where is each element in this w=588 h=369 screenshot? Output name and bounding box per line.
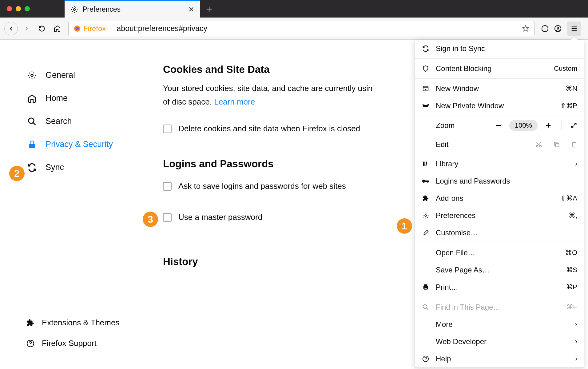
svg-rect-16 bbox=[424, 162, 425, 166]
sidebar-footer-extensions[interactable]: Extensions & Themes bbox=[26, 312, 151, 333]
master-password-label: Use a master password bbox=[178, 212, 262, 222]
window-icon bbox=[422, 85, 430, 92]
menu-preferences[interactable]: Preferences ⌘, bbox=[415, 207, 584, 224]
menu-find[interactable]: Find in This Page… ⌘F bbox=[415, 299, 584, 316]
svg-point-2 bbox=[75, 27, 79, 30]
annotation-badge-2: 2 bbox=[9, 166, 25, 181]
chevron-right-icon: › bbox=[575, 160, 577, 168]
footer-label: Firefox Support bbox=[42, 339, 97, 348]
delete-cookies-checkbox[interactable] bbox=[163, 125, 172, 133]
svg-point-10 bbox=[536, 145, 538, 147]
svg-point-11 bbox=[540, 145, 542, 147]
learn-more-link[interactable]: Learn more bbox=[214, 97, 255, 106]
bookmark-star-button[interactable] bbox=[517, 25, 534, 32]
firefox-icon bbox=[74, 25, 81, 32]
copy-button[interactable] bbox=[553, 141, 560, 148]
annotation-badge-1: 1 bbox=[397, 218, 412, 234]
master-password-checkbox[interactable] bbox=[163, 213, 172, 222]
address-bar[interactable]: Firefox about:preferences#privacy bbox=[68, 21, 534, 36]
sidebar-item-search[interactable]: Search bbox=[26, 110, 151, 133]
zoom-in-button[interactable]: + bbox=[544, 120, 553, 131]
home-button[interactable] bbox=[50, 22, 64, 35]
svg-point-21 bbox=[425, 215, 427, 216]
menu-content-blocking[interactable]: Content Blocking Custom bbox=[415, 60, 584, 77]
sidebar-item-general[interactable]: General bbox=[26, 64, 151, 87]
reload-button[interactable] bbox=[35, 22, 49, 35]
browser-toolbar: Firefox about:preferences#privacy bbox=[0, 18, 588, 40]
identity-box[interactable]: Firefox bbox=[69, 21, 111, 36]
ask-save-checkbox[interactable] bbox=[163, 182, 172, 191]
print-icon bbox=[422, 284, 430, 291]
zoom-value[interactable]: 100% bbox=[509, 120, 538, 131]
menu-addons[interactable]: Add-ons ⇧⌘A bbox=[415, 190, 584, 207]
svg-point-7 bbox=[29, 118, 34, 123]
zoom-out-button[interactable]: − bbox=[494, 120, 503, 131]
fullscreen-button[interactable] bbox=[570, 122, 577, 129]
menu-web-developer[interactable]: Web Developer › bbox=[415, 333, 584, 350]
search-icon bbox=[422, 304, 430, 311]
chevron-right-icon: › bbox=[575, 320, 577, 328]
menu-library[interactable]: Library › bbox=[415, 155, 584, 173]
menu-edit-row: Edit bbox=[415, 137, 584, 153]
info-icon[interactable] bbox=[541, 25, 549, 32]
chevron-right-icon: › bbox=[575, 338, 577, 346]
menu-private-window[interactable]: New Private Window ⇧⌘P bbox=[415, 97, 584, 114]
svg-point-25 bbox=[423, 305, 427, 309]
footer-label: Extensions & Themes bbox=[42, 318, 119, 327]
svg-point-6 bbox=[31, 74, 33, 77]
menu-customise[interactable]: Customise… bbox=[415, 224, 584, 241]
mask-icon bbox=[422, 104, 430, 108]
sidebar-label: Search bbox=[46, 117, 72, 126]
sidebar-label: Home bbox=[46, 93, 68, 103]
url-text: about:preferences#privacy bbox=[111, 24, 517, 33]
svg-rect-12 bbox=[555, 143, 559, 147]
sidebar-footer-support[interactable]: Firefox Support bbox=[26, 333, 151, 354]
menu-zoom-row: Zoom − 100% + bbox=[415, 117, 584, 134]
svg-rect-17 bbox=[425, 162, 427, 166]
svg-rect-15 bbox=[423, 162, 424, 166]
browser-tab-active[interactable]: Preferences ✕ bbox=[65, 0, 200, 18]
cut-button[interactable] bbox=[535, 141, 542, 148]
help-icon bbox=[422, 355, 430, 362]
menu-new-window[interactable]: New Window ⌘N bbox=[415, 80, 584, 97]
sidebar-item-sync[interactable]: Sync bbox=[26, 156, 151, 179]
new-tab-button[interactable]: ＋ bbox=[200, 0, 218, 18]
menu-more[interactable]: More › bbox=[415, 316, 584, 333]
preferences-sidebar: General Home Search Privacy & Security S… bbox=[0, 40, 151, 369]
svg-rect-23 bbox=[424, 285, 427, 287]
search-icon bbox=[26, 117, 38, 126]
menu-logins[interactable]: Logins and Passwords bbox=[415, 173, 584, 190]
puzzle-icon bbox=[422, 195, 430, 202]
svg-point-0 bbox=[74, 9, 75, 10]
gear-icon bbox=[26, 71, 38, 80]
sync-icon bbox=[422, 45, 430, 52]
sync-icon bbox=[26, 163, 38, 172]
menu-open-file[interactable]: Open File… ⌘O bbox=[415, 244, 584, 261]
ask-save-label: Ask to save logins and passwords for web… bbox=[178, 181, 346, 191]
menu-save-page[interactable]: Save Page As… ⌘S bbox=[415, 261, 584, 279]
tab-close-button[interactable]: ✕ bbox=[188, 5, 194, 14]
key-icon bbox=[422, 179, 430, 184]
annotation-badge-3: 3 bbox=[143, 212, 158, 227]
gear-icon bbox=[71, 6, 78, 13]
shield-icon bbox=[422, 65, 430, 72]
home-icon bbox=[26, 94, 38, 103]
brush-icon bbox=[422, 229, 430, 236]
menu-help[interactable]: Help › bbox=[415, 350, 584, 367]
maximize-window-button[interactable] bbox=[25, 6, 30, 11]
svg-rect-24 bbox=[424, 288, 427, 290]
forward-button[interactable] bbox=[20, 22, 33, 35]
sidebar-label: General bbox=[46, 70, 75, 80]
back-button[interactable] bbox=[4, 22, 18, 35]
paste-button[interactable] bbox=[571, 141, 577, 148]
sidebar-item-home[interactable]: Home bbox=[26, 87, 151, 110]
close-window-button[interactable] bbox=[7, 6, 12, 11]
menu-print[interactable]: Print… ⌘P bbox=[415, 279, 584, 296]
menu-sign-in[interactable]: Sign in to Sync bbox=[415, 40, 584, 57]
sidebar-item-privacy[interactable]: Privacy & Security bbox=[26, 133, 151, 156]
hamburger-menu-button[interactable] bbox=[567, 22, 581, 36]
gear-icon bbox=[422, 212, 430, 219]
delete-cookies-label: Delete cookies and site data when Firefo… bbox=[178, 124, 360, 133]
account-icon[interactable] bbox=[554, 25, 562, 32]
minimize-window-button[interactable] bbox=[16, 6, 21, 11]
